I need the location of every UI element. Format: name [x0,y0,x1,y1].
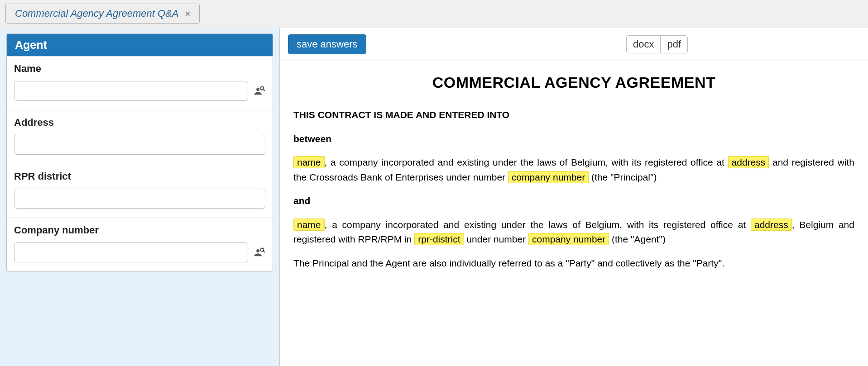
placeholder-company-number[interactable]: company number [508,171,589,183]
field-name: Name [7,56,273,110]
doc-closing-paragraph: The Principal and the Agent are also ind… [293,256,854,271]
field-address: Address [7,110,273,164]
placeholder-name[interactable]: name [293,156,325,168]
doc-agent-paragraph: name, a company incorporated and existin… [293,218,854,247]
input-rpr-district[interactable] [14,189,265,209]
export-docx-button[interactable]: docx [627,36,660,53]
right-pane: save answers docx pdf COMMERCIAL AGENCY … [280,28,868,366]
input-address[interactable] [14,135,265,155]
tab-bar: Commercial Agency Agreement Q&A × [0,0,868,28]
save-answers-button[interactable]: save answers [288,34,366,54]
close-icon[interactable]: × [183,9,192,19]
document-preview: COMMERCIAL AGENCY AGREEMENT THIS CONTRAC… [280,61,868,292]
main-split: Agent Name Address RPR district [0,28,868,366]
svg-line-1 [263,90,265,91]
label-address: Address [14,117,265,128]
export-group: docx pdf [626,35,688,53]
placeholder-address[interactable]: address [728,156,769,168]
input-company-number[interactable] [14,242,248,262]
label-company-number: Company number [14,224,265,236]
label-rpr-district: RPR district [14,171,265,182]
doc-title: COMMERCIAL AGENCY AGREEMENT [293,74,854,91]
placeholder-company-number[interactable]: company number [528,233,609,245]
toolbar: save answers docx pdf [280,28,868,61]
placeholder-name[interactable]: name [293,219,325,231]
agent-panel: Agent Name Address RPR district [6,33,273,272]
panel-header: Agent [7,34,273,56]
svg-line-3 [263,251,265,253]
field-company-number: Company number [7,218,273,271]
left-pane: Agent Name Address RPR district [0,28,280,366]
label-name: Name [14,63,265,75]
tab-title: Commercial Agency Agreement Q&A [15,8,179,19]
field-rpr-district: RPR district [7,164,273,218]
doc-and: and [293,195,310,206]
export-pdf-button[interactable]: pdf [660,36,687,53]
doc-principal-paragraph: name, a company incorporated and existin… [293,155,854,185]
placeholder-address[interactable]: address [751,219,792,231]
doc-intro: THIS CONTRACT IS MADE AND ENTERED INTO [293,109,509,120]
placeholder-rpr-district[interactable]: rpr-district [414,233,464,245]
lookup-icon[interactable] [253,246,265,259]
tab-agreement-qa[interactable]: Commercial Agency Agreement Q&A × [5,4,200,24]
doc-between: between [293,133,331,144]
input-name[interactable] [14,81,248,101]
lookup-icon[interactable] [253,85,265,97]
